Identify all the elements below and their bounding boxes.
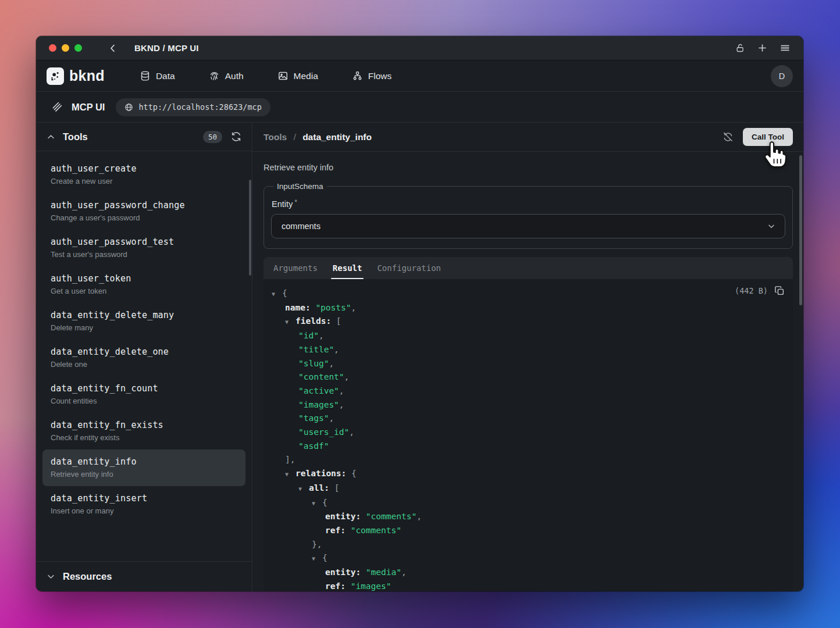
window-title: BKND / MCP UI bbox=[134, 43, 199, 53]
tool-description: Check if entity exists bbox=[51, 433, 237, 442]
tab-result[interactable]: Result bbox=[325, 257, 370, 279]
copy-icon[interactable] bbox=[774, 286, 785, 296]
tool-detail-body: Retrieve entity info InputSchema Entity*… bbox=[252, 152, 803, 591]
json-line: "asdf" bbox=[272, 440, 793, 454]
tool-description: Create a new user bbox=[51, 177, 237, 185]
lock-open-icon[interactable] bbox=[735, 43, 745, 53]
select-chevron-down-icon bbox=[767, 222, 776, 231]
tab-arguments[interactable]: Arguments bbox=[266, 257, 325, 279]
tool-list-item[interactable]: data_entity_delete_manyDelete many bbox=[42, 303, 245, 340]
tool-name: data_entity_delete_one bbox=[51, 347, 237, 357]
tab-configuration[interactable]: Configuration bbox=[369, 257, 449, 279]
app-window: BKND / MCP UI bknd Data bbox=[36, 36, 803, 591]
json-line: ref: "comments" bbox=[272, 524, 793, 538]
tool-name: auth_user_create bbox=[51, 163, 237, 174]
tool-list-item[interactable]: data_entity_delete_oneDelete one bbox=[42, 340, 245, 376]
json-token-key: entity: bbox=[325, 568, 366, 577]
tool-list-item[interactable]: data_entity_insertInsert one or many bbox=[42, 486, 245, 523]
json-line: "title", bbox=[272, 343, 793, 357]
tool-description: Insert one or many bbox=[51, 506, 237, 515]
call-tool-button[interactable]: Call Tool bbox=[743, 128, 793, 146]
close-button[interactable] bbox=[49, 44, 56, 52]
json-token-punct: , bbox=[417, 512, 422, 521]
nav-item-flows[interactable]: Flows bbox=[352, 70, 391, 81]
json-token-str: "comments" bbox=[366, 512, 417, 521]
maximize-button[interactable] bbox=[74, 44, 82, 52]
tool-list-item[interactable]: auth_user_tokenGet a user token bbox=[42, 266, 245, 303]
collapse-arrow-icon[interactable]: ▼ bbox=[312, 552, 322, 566]
tool-name: data_entity_info bbox=[51, 456, 237, 467]
json-line: ], bbox=[272, 453, 793, 467]
chevron-up-icon bbox=[47, 133, 55, 141]
json-token-str: "users_id" bbox=[298, 427, 349, 437]
nav-item-media[interactable]: Media bbox=[277, 70, 318, 81]
nav-item-data[interactable]: Data bbox=[140, 70, 175, 81]
input-schema-fieldset: InputSchema Entity* comments bbox=[264, 182, 793, 249]
json-token-str: "id" bbox=[298, 331, 319, 340]
json-token-key: fields: bbox=[296, 316, 336, 326]
json-line: ▼{ bbox=[272, 287, 793, 301]
collapse-arrow-icon[interactable]: ▼ bbox=[285, 315, 296, 329]
database-icon bbox=[140, 70, 151, 81]
breadcrumb-section[interactable]: Tools bbox=[264, 132, 287, 142]
tool-detail-panel: Tools / data_entity_info Call Tool Retri… bbox=[252, 123, 803, 591]
json-line: entity: "comments", bbox=[272, 510, 793, 524]
json-token-str: "content" bbox=[298, 372, 344, 381]
tool-list-item[interactable]: auth_user_password_changeChange a user's… bbox=[42, 193, 245, 230]
collapse-arrow-icon[interactable]: ▼ bbox=[312, 497, 322, 511]
back-button[interactable] bbox=[108, 43, 118, 53]
json-token-punct: { bbox=[322, 498, 328, 507]
avatar-initial: D bbox=[779, 72, 785, 81]
json-line: "id", bbox=[272, 329, 793, 343]
server-url-pill[interactable]: http://localhost:28623/mcp bbox=[116, 98, 270, 116]
json-token-punct: , bbox=[339, 386, 344, 395]
required-mark: * bbox=[294, 198, 297, 206]
new-tab-button[interactable] bbox=[757, 42, 768, 53]
breadcrumb-separator: / bbox=[294, 132, 296, 142]
user-avatar[interactable]: D bbox=[771, 65, 793, 87]
nav-items: Data Auth Media Flows bbox=[140, 70, 391, 81]
traffic-lights bbox=[49, 44, 82, 52]
tools-section-header[interactable]: Tools 50 bbox=[36, 123, 252, 151]
json-token-str: "posts" bbox=[315, 303, 351, 312]
json-token-punct: { bbox=[351, 469, 357, 478]
json-token-punct: , bbox=[334, 345, 339, 354]
tools-count-badge: 50 bbox=[203, 131, 222, 143]
collapse-arrow-icon[interactable]: ▼ bbox=[285, 468, 296, 481]
tool-list-item[interactable]: auth_user_createCreate a new user bbox=[42, 156, 245, 193]
json-token-str: "media" bbox=[366, 568, 401, 577]
nav-item-label: Data bbox=[156, 71, 175, 81]
json-line: "users_id", bbox=[272, 426, 793, 440]
tool-description: Test a user's password bbox=[51, 250, 237, 259]
sidebar-scrollbar[interactable] bbox=[249, 180, 251, 276]
tool-list: auth_user_createCreate a new userauth_us… bbox=[36, 151, 252, 561]
globe-icon bbox=[124, 103, 133, 112]
tool-description: Count entities bbox=[51, 397, 237, 405]
collapse-arrow-icon[interactable]: ▼ bbox=[272, 287, 282, 301]
main-scrollbar[interactable] bbox=[799, 155, 802, 305]
tool-description: Retrieve entity info bbox=[264, 163, 793, 172]
tool-name: auth_user_token bbox=[51, 273, 237, 284]
tool-list-item[interactable]: data_entity_fn_countCount entities bbox=[42, 376, 245, 413]
resources-section-header[interactable]: Resources bbox=[36, 561, 252, 591]
json-token-str: "images" bbox=[298, 400, 339, 409]
json-line: "images", bbox=[272, 398, 793, 412]
tool-list-item[interactable]: data_entity_fn_existsCheck if entity exi… bbox=[42, 413, 245, 449]
json-token-key: entity: bbox=[325, 512, 366, 521]
entity-select[interactable]: comments bbox=[271, 214, 785, 238]
tool-description: Retrieve entity info bbox=[51, 470, 237, 479]
json-line: ▼{ bbox=[272, 496, 793, 511]
auto-refresh-off-icon[interactable] bbox=[722, 131, 734, 142]
tool-list-item[interactable]: data_entity_infoRetrieve entity info bbox=[42, 449, 245, 486]
json-token-punct: ], bbox=[285, 455, 295, 464]
menu-button[interactable] bbox=[780, 42, 791, 53]
collapse-arrow-icon[interactable]: ▼ bbox=[298, 482, 309, 496]
json-line: ▼relations: { bbox=[272, 467, 793, 481]
tool-description: Change a user's password bbox=[51, 213, 237, 222]
minimize-button[interactable] bbox=[62, 44, 69, 52]
nav-item-auth[interactable]: Auth bbox=[209, 70, 244, 81]
titlebar: BKND / MCP UI bbox=[36, 36, 803, 60]
refresh-tools-button[interactable] bbox=[231, 131, 241, 142]
brand-logo[interactable]: bknd bbox=[47, 67, 105, 85]
tool-list-item[interactable]: auth_user_password_testTest a user's pas… bbox=[42, 230, 245, 266]
